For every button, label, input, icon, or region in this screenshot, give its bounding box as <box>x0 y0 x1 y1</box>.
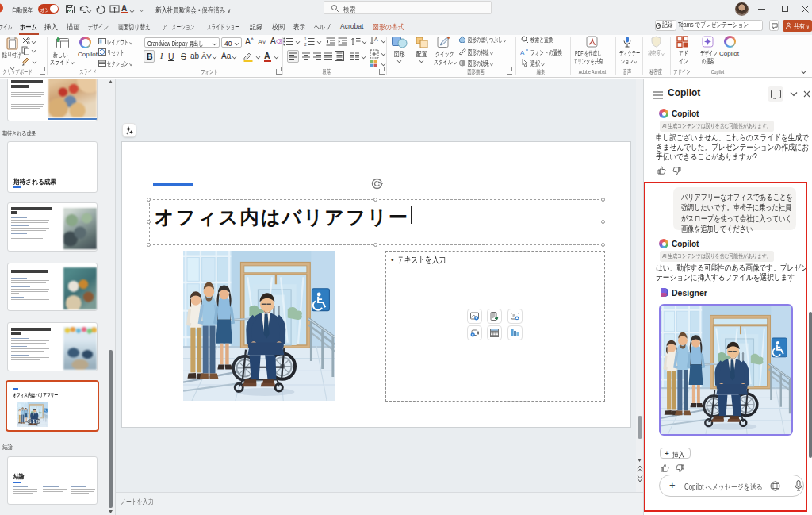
svg-text:A: A <box>520 49 525 56</box>
svg-text:A: A <box>374 37 378 42</box>
svg-text:2: 2 <box>304 43 307 46</box>
svg-text:1: 1 <box>304 37 307 41</box>
